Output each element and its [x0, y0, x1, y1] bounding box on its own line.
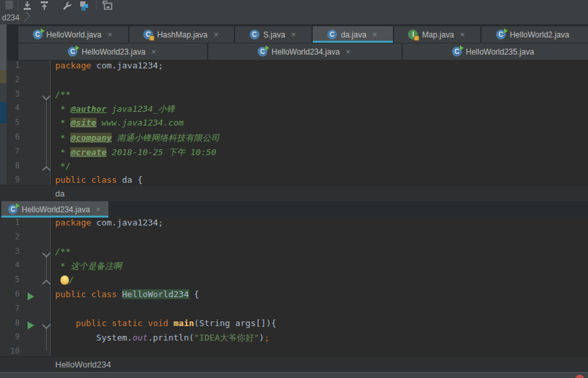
code-line[interactable]: 10 — [0, 346, 588, 356]
editor-tab[interactable]: CHelloWorld235.java — [403, 43, 588, 60]
code-line[interactable]: 7 * @create 2018-10-25 下午 10:50 — [0, 147, 588, 161]
status-bar — [0, 372, 588, 378]
token-taghl: @site — [70, 118, 96, 128]
tab-close-icon[interactable]: × — [212, 30, 220, 39]
editor-tab[interactable]: CHelloWorld23.java× — [18, 43, 207, 60]
settings-wrench-icon[interactable] — [62, 1, 72, 11]
tab-close-icon[interactable]: × — [150, 47, 158, 56]
editor-tab[interactable]: CHelloWorld234.java× — [208, 43, 401, 60]
class-icon: C — [143, 30, 153, 39]
code-line[interactable]: 1package com.java1234; — [0, 60, 588, 75]
token-fn: main — [173, 318, 194, 328]
tab-close-icon[interactable]: × — [106, 30, 114, 39]
project-row — [0, 70, 7, 83]
token-doc: / — [69, 275, 74, 285]
token-doc: /** — [55, 89, 70, 99]
token-clshl: HelloWorld234 — [122, 289, 189, 299]
code-line[interactable]: 3/** — [0, 247, 588, 261]
run-gutter-icon[interactable] — [28, 321, 34, 329]
fold-open-icon[interactable] — [42, 249, 51, 258]
code-line[interactable]: 4 * @author java1234_小锋 — [0, 103, 588, 118]
breadcrumb-bar-bottom: HelloWorld234 — [0, 356, 588, 373]
token-doc: * 这个是备注啊 — [55, 261, 122, 271]
token-kw: public class — [55, 289, 122, 299]
token-pl: System. — [55, 333, 132, 343]
open-icon[interactable] — [5, 1, 13, 9]
class-icon: C — [327, 30, 337, 39]
project-structure-icon[interactable] — [79, 1, 89, 11]
code-line[interactable]: 1package com.java1234; — [0, 218, 588, 232]
token-doc: * — [55, 104, 70, 114]
editor-tab[interactable]: CHelloWorld234.java× — [1, 201, 108, 218]
token-str: "IDEA大爷你好" — [194, 333, 259, 343]
editor-bottom-helloworld234[interactable]: 1package com.java1234;23/**4 * 这个是备注啊5 /… — [0, 218, 588, 356]
vcs-update-icon[interactable] — [22, 1, 33, 11]
code-line[interactable]: 7 — [0, 304, 588, 318]
editor-tab[interactable]: Cda.java× — [313, 26, 393, 43]
code-line[interactable]: 4 * 这个是备注啊 — [0, 260, 588, 275]
line-number: 7 — [0, 304, 20, 313]
editor-tab[interactable]: CHelloWorld2.java — [482, 26, 588, 43]
project-panel-sliver[interactable] — [0, 24, 7, 185]
code-line[interactable]: 9 System.out.println("IDEA大爷你好"); — [0, 332, 588, 346]
code-line[interactable]: 6public class HelloWorld234 { — [0, 289, 588, 304]
error-indicator-dot — [576, 375, 584, 378]
navbar-breadcrumb[interactable]: d234 — [2, 11, 20, 24]
vcs-commit-icon[interactable] — [39, 1, 50, 11]
editor-tab[interactable]: IMap.java× — [394, 26, 481, 43]
tab-row-2: CHelloWorld23.java×CHelloWorld234.java×C… — [18, 43, 588, 60]
tab-close-icon[interactable]: × — [459, 30, 466, 39]
tab-label: HelloWorld2.java — [510, 30, 570, 39]
intention-bulb-icon[interactable] — [60, 275, 69, 285]
code-line[interactable]: 9public class da { — [0, 175, 588, 185]
code-line[interactable]: 5 / — [0, 275, 588, 289]
run-gutter-icon[interactable] — [28, 293, 34, 300]
code-line[interactable]: 6 * @company 南通小锋网络科技有限公司 — [0, 132, 588, 147]
export-icon[interactable] — [102, 1, 112, 11]
code-text: package com.java1234; — [55, 60, 163, 70]
code-line[interactable]: 5 * @site www.java1234.com — [0, 118, 588, 132]
class-icon: C — [250, 30, 260, 39]
code-line[interactable]: 8 */ — [0, 161, 588, 176]
tab-close-icon[interactable]: × — [344, 47, 352, 56]
code-text: * 这个是备注啊 — [55, 260, 122, 272]
token-kw: ; — [264, 333, 269, 343]
fold-close-icon[interactable] — [42, 279, 51, 288]
code-line[interactable]: 2 — [0, 232, 588, 247]
editor-tab[interactable]: CS.java× — [235, 26, 311, 43]
token-doc: www.java1234.com — [97, 118, 184, 128]
editor-tab[interactable]: CHelloWorld.java× — [18, 26, 128, 43]
tab-close-icon[interactable]: × — [95, 205, 102, 214]
token-pl: (String args[]){ — [194, 318, 276, 328]
token-doc: 2018-10-25 下午 10:50 — [106, 147, 216, 157]
token-kw: package — [55, 218, 91, 227]
token-doc: * — [55, 147, 70, 157]
tab-label: HashMap.java — [157, 30, 208, 39]
editor-tab[interactable]: CHashMap.java× — [129, 26, 235, 43]
fold-guide-line — [46, 329, 47, 351]
tab-label: HelloWorld235.java — [466, 47, 534, 57]
line-number: 1 — [0, 218, 20, 227]
chevron-right-icon — [20, 12, 30, 22]
toolbar-separator — [18, 1, 18, 10]
fold-open-icon[interactable] — [42, 321, 51, 329]
token-doc: * — [55, 118, 70, 128]
code-line[interactable]: 2 — [0, 75, 588, 89]
code-text: public static void main(String args[]){ — [55, 318, 277, 328]
breadcrumb-class[interactable]: HelloWorld234 — [55, 357, 111, 373]
line-number: 2 — [0, 232, 20, 241]
navigation-bar: d234 — [0, 11, 588, 25]
tab-close-icon[interactable]: × — [290, 30, 298, 39]
run-overlay-icon — [265, 45, 269, 51]
code-line[interactable]: 3/** — [0, 89, 588, 104]
token-pl: ) — [259, 333, 264, 343]
fold-close-icon[interactable] — [42, 166, 51, 174]
tab-close-icon[interactable]: × — [371, 30, 379, 39]
editor-top-da[interactable]: 1package com.java1234;23/**4 * @author j… — [0, 60, 588, 185]
tab-label: HelloWorld234.java — [271, 47, 340, 57]
fold-open-icon[interactable] — [42, 92, 51, 101]
token-pl: com.java1234; — [91, 60, 164, 70]
code-line[interactable]: 8 public static void main(String args[])… — [0, 318, 588, 333]
class-icon: C — [496, 30, 506, 39]
breadcrumb-class[interactable]: da — [55, 185, 64, 202]
